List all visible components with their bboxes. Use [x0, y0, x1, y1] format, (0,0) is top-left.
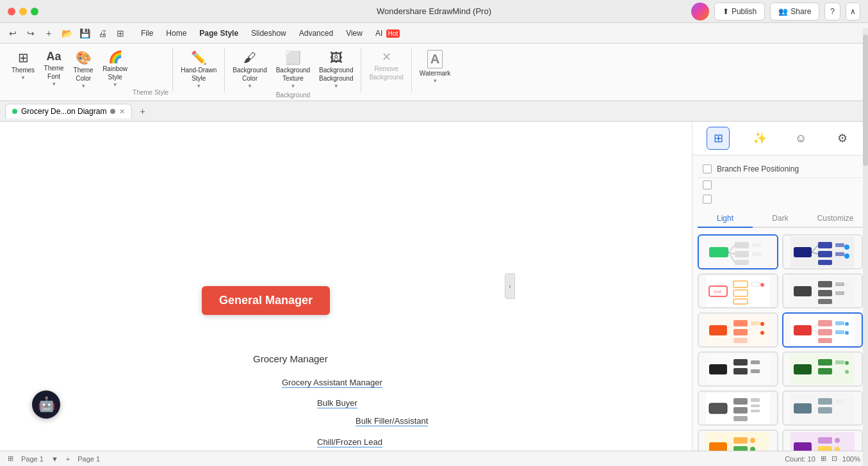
theme-card-11[interactable] — [698, 430, 778, 451]
bg-texture-button[interactable]: ⬜ Background Texture ▼ — [272, 47, 314, 92]
dark-tab[interactable]: Dark — [753, 210, 808, 228]
share-icon: 👥 — [778, 7, 788, 16]
remove-bg-button[interactable]: ✕ Remove Background — [365, 47, 407, 83]
minimize-button[interactable] — [19, 8, 27, 15]
svg-rect-76 — [751, 410, 760, 412]
theme-card-9[interactable] — [698, 390, 778, 426]
fullscreen-icon[interactable]: ⊡ — [831, 454, 837, 463]
ai-panel-icon[interactable]: ✨ — [748, 127, 771, 150]
svg-rect-39 — [733, 320, 748, 326]
theme-color-icon: 🎨 — [76, 50, 92, 65]
root-node[interactable]: General Manager — [202, 286, 330, 315]
view-toggle-button[interactable]: ⊞ — [113, 26, 128, 41]
titlebar-actions: ⬆ Publish 👥 Share ? ∧ — [691, 3, 860, 20]
panel-scrollbar[interactable] — [863, 28, 868, 466]
publish-label: Publish — [732, 7, 757, 16]
theme-card-10[interactable] — [782, 390, 863, 426]
extra-checkbox-1[interactable] — [703, 181, 712, 189]
settings-panel-icon[interactable]: ⚙ — [831, 127, 854, 150]
theme-color-button[interactable]: 🎨 Theme Color ▼ — [69, 47, 97, 92]
watermark-button[interactable]: A Watermark ▼ — [416, 47, 455, 86]
add-page-button[interactable]: + — [66, 455, 70, 463]
svg-rect-92 — [818, 437, 832, 444]
theme-card-12[interactable] — [782, 430, 863, 451]
robot-assistant-button[interactable]: 🤖 — [32, 390, 60, 419]
save-button[interactable]: 💾 — [77, 26, 92, 41]
bulk-filler-node[interactable]: Bulk Filler/Assistant — [356, 416, 428, 426]
canvas[interactable]: General Manager Grocery Manager Grocery … — [0, 122, 692, 451]
bg-color-button[interactable]: 🖌 Background Color ▼ — [229, 48, 270, 92]
undo-button[interactable]: ↩ — [5, 26, 20, 41]
menu-advanced[interactable]: Advanced — [294, 26, 338, 40]
branch-free-checkbox[interactable] — [703, 165, 712, 173]
help-icon: ? — [830, 7, 835, 16]
emoji-panel-icon[interactable]: ☺ — [789, 127, 812, 150]
svg-rect-85 — [733, 446, 748, 451]
theme-card-4[interactable] — [782, 273, 863, 309]
redo-button[interactable]: ↪ — [23, 26, 38, 41]
menu-file[interactable]: File — [136, 26, 158, 40]
svg-rect-63 — [794, 364, 812, 374]
collapse-button[interactable]: ∧ — [846, 3, 860, 20]
theme-card-8[interactable] — [782, 351, 863, 387]
themes-button[interactable]: ⊞ Themes ▼ — [8, 47, 38, 83]
svg-rect-6 — [752, 252, 761, 256]
menu-home[interactable]: Home — [161, 26, 192, 40]
statusbar-right: Count: 10 ⊞ ⊡ 100% — [785, 454, 860, 463]
theme-color-label: Theme — [74, 67, 94, 74]
svg-rect-57 — [709, 364, 727, 374]
theme-card-7[interactable] — [698, 351, 778, 387]
theme-card-2[interactable] — [782, 234, 863, 269]
close-button[interactable] — [8, 8, 15, 15]
panel-collapse-button[interactable]: › — [505, 273, 515, 299]
new-tab-button[interactable]: + — [41, 26, 56, 41]
maximize-button[interactable] — [31, 8, 38, 15]
open-button[interactable]: 📂 — [59, 26, 74, 41]
svg-point-52 — [845, 322, 849, 326]
menu-ai[interactable]: AI Hot — [370, 26, 405, 40]
tab-label: Grocery De...on Diagram — [21, 107, 106, 116]
svg-rect-66 — [835, 360, 844, 364]
bulk-buyer-node[interactable]: Bulk Buyer — [317, 398, 357, 408]
ai-hot-badge: Hot — [386, 29, 400, 38]
light-tab[interactable]: Light — [698, 210, 753, 228]
svg-rect-47 — [818, 320, 832, 326]
bg-image-button[interactable]: 🖼 Background Background ▼ — [315, 48, 357, 92]
svg-rect-83 — [709, 442, 727, 451]
menu-slideshow[interactable]: Slideshow — [246, 26, 291, 40]
grocery-manager-node[interactable]: Grocery Manager — [253, 353, 328, 364]
svg-rect-42 — [751, 321, 760, 325]
help-button[interactable]: ? — [824, 3, 840, 20]
publish-button[interactable]: ⬆ Publish — [714, 3, 765, 20]
avatar[interactable] — [691, 3, 709, 20]
theme-tabs: Light Dark Customize — [698, 210, 863, 228]
handdrawn-button[interactable]: ✏️ Hand-Drawn Style ▼ — [177, 47, 220, 92]
theme-card-1[interactable] — [698, 234, 778, 269]
customize-tab[interactable]: Customize — [808, 210, 863, 228]
tab-close-button[interactable]: ✕ — [119, 108, 125, 116]
svg-rect-75 — [751, 405, 760, 407]
branch-free-label: Branch Free Positioning — [717, 165, 799, 173]
grocery-assistant-manager-node[interactable]: Grocery Assistant Manager — [282, 378, 382, 388]
share-button[interactable]: 👥 Share — [770, 3, 819, 20]
toolbar-divider-3 — [361, 47, 361, 92]
diagram-tab[interactable]: Grocery De...on Diagram ✕ — [5, 104, 132, 118]
svg-point-18 — [844, 253, 849, 259]
svg-rect-59 — [733, 368, 748, 374]
view-toggle-icon[interactable]: ⊞ — [821, 454, 826, 463]
menu-view[interactable]: View — [341, 26, 368, 40]
menu-page-style[interactable]: Page Style — [194, 26, 243, 40]
add-tab-button[interactable]: + — [135, 104, 150, 119]
chill-frozen-lead-node[interactable]: Chill/Frozen Lead — [317, 437, 382, 447]
theme-card-6[interactable] — [782, 312, 863, 348]
theme-card-3[interactable]: root — [698, 273, 778, 309]
extra-checkbox-2[interactable] — [703, 195, 712, 204]
theme-panel-icon[interactable]: ⊞ — [707, 127, 730, 150]
bg-image-icon: 🖼 — [330, 51, 343, 65]
theme-font-button[interactable]: Aa Theme Font ▼ — [40, 47, 68, 90]
rainbow-sublabel: Style — [108, 74, 122, 81]
print-button[interactable]: 🖨 — [95, 26, 110, 41]
rainbow-style-button[interactable]: 🌈 Rainbow Style ▼ — [99, 47, 131, 90]
bg-color-icon: 🖌 — [243, 51, 256, 65]
theme-card-5[interactable] — [698, 312, 778, 348]
